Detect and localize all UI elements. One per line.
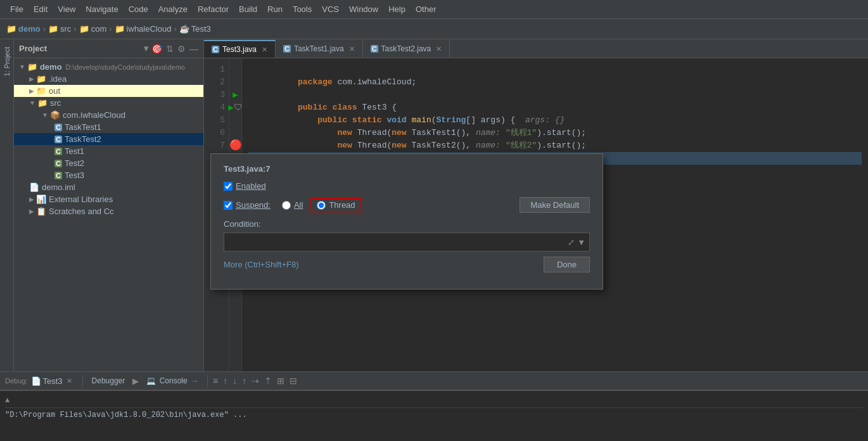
debug-toolbar-icon-3[interactable]: ↓ (230, 376, 239, 386)
kw-new1: new (337, 128, 352, 137)
tab-tasktest2[interactable]: C TaskTest2.java ✕ (363, 40, 450, 58)
enabled-checkbox[interactable] (224, 182, 233, 191)
str-thread2: "线程2" (506, 141, 537, 150)
tab-java-icon: C (371, 45, 378, 53)
menu-edit[interactable]: Edit (29, 2, 53, 16)
debug-test3-label[interactable]: Test3 (42, 376, 62, 386)
tree-tasktest1[interactable]: C TaskTest1 (14, 121, 203, 133)
debug-close-icon[interactable]: ✕ (67, 377, 72, 385)
scroll-up-icon[interactable]: ▲ (5, 396, 10, 405)
debug-toolbar-icon-6[interactable]: ⇡ (262, 376, 274, 386)
done-button[interactable]: Done (544, 257, 590, 272)
menu-view[interactable]: View (53, 2, 80, 16)
tree-idea[interactable]: ▶ 📁 .idea (14, 73, 203, 85)
class-name: Test3 (362, 103, 386, 112)
debug-toolbar-icon-1[interactable]: ≡ (210, 376, 220, 386)
debug-separator2 (207, 375, 208, 387)
tree-scratches[interactable]: ▶ 📋 Scratches and Cc (14, 205, 203, 217)
menu-file[interactable]: File (5, 2, 29, 16)
line-num-3: 3 (208, 89, 225, 101)
breakpoint-icon[interactable]: 🔴 (229, 139, 242, 152)
enabled-label[interactable]: Enabled (224, 181, 266, 191)
panel-settings-icon[interactable]: ⚙ (177, 44, 186, 54)
tree-external-libs[interactable]: ▶ 📊 External Libraries (14, 193, 203, 205)
gutter-line-7: 🔴 (231, 139, 240, 152)
menu-navigate[interactable]: Navigate (80, 2, 123, 16)
panel-sort-icon[interactable]: ⇅ (166, 44, 174, 54)
tree-tasktest2[interactable]: C TaskTest2 (14, 133, 203, 145)
tree-src[interactable]: ▼ 📁 src (14, 97, 203, 109)
thread-radio[interactable] (317, 201, 326, 210)
menu-other[interactable]: Other (411, 2, 442, 16)
dialog-bottom-row: More (Ctrl+Shift+F8) Done (224, 257, 590, 272)
gutter-line-1 (231, 63, 240, 76)
debug-toolbar-icon-7[interactable]: ⊞ (274, 376, 287, 386)
condition-text-input[interactable] (228, 238, 568, 247)
debug-toolbar-icon-8[interactable]: ⊟ (287, 376, 300, 386)
tab-tasktest1[interactable]: C TaskTest1.java ✕ (276, 40, 363, 58)
run-arrow-icon[interactable]: ▶ (228, 101, 233, 114)
tab-test3[interactable]: C Test3.java ✕ (204, 40, 276, 58)
panel-close-icon[interactable]: — (189, 44, 198, 54)
thread-class2: Thread( (357, 141, 392, 150)
menu-analyze[interactable]: Analyze (153, 2, 193, 16)
tree-out[interactable]: ▶ 📁 out (14, 85, 203, 97)
run-arrow-icon[interactable]: ▶ (233, 89, 238, 101)
menu-vcs[interactable]: VCS (317, 2, 344, 16)
menu-refactor[interactable]: Refactor (193, 2, 234, 16)
menu-help[interactable]: Help (383, 2, 411, 16)
breadcrumb-test3[interactable]: Test3 (191, 24, 211, 34)
java-icon: C (54, 160, 62, 167)
editor-area: C Test3.java ✕ C TaskTest1.java ✕ C Task… (204, 39, 868, 371)
breadcrumb-com[interactable]: com (91, 24, 107, 34)
make-default-button[interactable]: Make Default (520, 197, 590, 213)
kw-package: package (298, 77, 333, 87)
tree-root-demo[interactable]: ▼ 📁 demo D:\develop\studyCode\studyjava\… (14, 61, 203, 73)
tree-test1[interactable]: C Test1 (14, 145, 203, 157)
breadcrumb-demo[interactable]: demo (18, 24, 41, 34)
menu-build[interactable]: Build (234, 2, 262, 16)
thread-radio-option[interactable]: Thread (310, 198, 361, 212)
all-radio-option[interactable]: All (282, 200, 303, 210)
menu-run[interactable]: Run (262, 2, 288, 16)
tree-label-out: out (49, 86, 60, 96)
debug-toolbar-icon-5[interactable]: ⇢ (249, 376, 262, 386)
suspend-checkbox[interactable] (224, 201, 233, 210)
all-text: All (294, 200, 303, 210)
menu-window[interactable]: Window (344, 2, 383, 16)
debug-toolbar-icon-4[interactable]: ↑ (239, 376, 249, 386)
menu-code[interactable]: Code (124, 2, 153, 16)
tab-close-icon[interactable]: ✕ (436, 45, 442, 53)
dialog-title: Test3.java:7 (224, 164, 590, 174)
tree-label-idea: .idea (49, 74, 67, 84)
tab-close-icon[interactable]: ✕ (262, 46, 267, 54)
tab-console[interactable]: 💻 Console → (140, 374, 205, 388)
menu-tools[interactable]: Tools (288, 2, 317, 16)
tree-package[interactable]: ▼ 📦 com.iwhaleCloud (14, 109, 203, 121)
tree-path-demo: D:\develop\studyCode\studyjava\demo (66, 63, 185, 71)
tree-test3[interactable]: C Test3 (14, 169, 203, 181)
tab-test3-label: Test3.java (222, 45, 257, 54)
panel-locate-icon[interactable]: 🎯 (151, 44, 162, 54)
project-side-label[interactable]: 1: Project (1, 42, 13, 81)
tab-bar: C Test3.java ✕ C TaskTest1.java ✕ C Task… (204, 39, 868, 58)
tree-demoixml[interactable]: 📄 demo.iml (14, 181, 203, 193)
all-radio[interactable] (282, 201, 291, 210)
more-link[interactable]: More (Ctrl+Shift+F8) (224, 260, 298, 269)
expand-icon[interactable]: ⤢ (568, 238, 575, 247)
suspend-radio-group: All Thread (282, 198, 362, 212)
breadcrumb-src[interactable]: src (60, 24, 71, 34)
breadcrumb-iwhalecloud[interactable]: iwhaleCloud (127, 24, 172, 34)
tab-debugger[interactable]: Debugger (86, 374, 132, 388)
tree-label-test2: Test2 (65, 158, 84, 168)
debug-toolbar-icon-2[interactable]: ↑ (220, 376, 230, 386)
main-layout: 1: Project Project ▼ 🎯 ⇅ ⚙ — ▼ 📁 demo D:… (0, 39, 868, 371)
gutter-line-3: ▶ (231, 89, 240, 101)
tree-label-tasktest1: TaskTest1 (65, 122, 101, 132)
tab-close-icon[interactable]: ✕ (349, 45, 355, 53)
suspend-label[interactable]: Suspend: (224, 200, 271, 210)
arrow-icon: ▶ (29, 208, 34, 215)
tree-test2[interactable]: C Test2 (14, 157, 203, 169)
condition-input-field[interactable]: ⤢ ▼ (224, 233, 590, 252)
dropdown-icon[interactable]: ▼ (577, 238, 585, 247)
